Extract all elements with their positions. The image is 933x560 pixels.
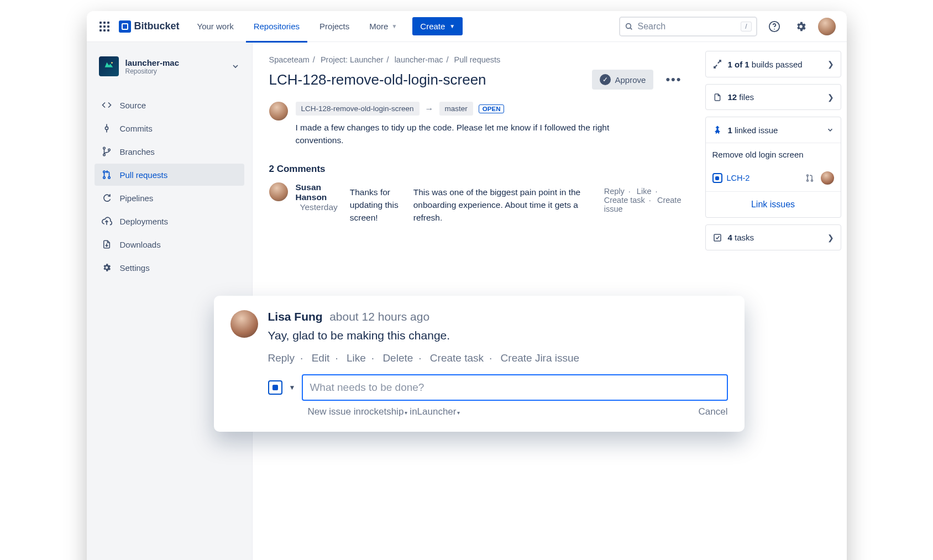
sidebar-item-downloads[interactable]: Downloads <box>95 233 244 255</box>
svg-point-13 <box>108 177 109 179</box>
comment-create-task[interactable]: Create task <box>604 196 645 205</box>
tasks-row[interactable]: 4 tasks ❯ <box>706 225 841 250</box>
breadcrumb: Spaceteam/ Project: Launcher/ launcher-m… <box>269 55 686 64</box>
svg-point-3 <box>774 28 775 29</box>
link-issues-button[interactable]: Link issues <box>706 191 841 217</box>
sidebar-item-source[interactable]: Source <box>95 94 244 116</box>
chevron-down-icon <box>826 126 834 134</box>
app-switcher-icon[interactable] <box>98 20 111 33</box>
sidebar-item-settings[interactable]: Settings <box>95 257 244 279</box>
create-task-action[interactable]: Create task <box>430 352 484 364</box>
comments-heading: 2 Comments <box>269 164 686 175</box>
search-placeholder: Search <box>638 22 666 32</box>
download-icon <box>101 239 112 249</box>
page-title: LCH-128-remove-old-login-screen <box>269 71 584 88</box>
svg-line-1 <box>630 28 632 29</box>
top-nav: Bitbucket Your work Repositories Project… <box>87 11 847 42</box>
pull-request-icon <box>101 170 112 180</box>
target-branch[interactable]: master <box>439 102 473 116</box>
comment-like[interactable]: Like <box>637 187 652 196</box>
sidebar-item-branches[interactable]: Branches <box>95 140 244 163</box>
source-branch[interactable]: LCH-128-remove-old-login-screen <box>296 102 420 116</box>
search-input[interactable]: Search / <box>619 17 757 36</box>
svg-point-11 <box>103 171 104 172</box>
comment-time: about 12 hours ago <box>329 310 429 323</box>
delete-action[interactable]: Delete <box>382 352 413 364</box>
crumb[interactable]: launcher-mac <box>395 55 443 64</box>
linked-issue-title: Remove old login screen <box>706 143 841 166</box>
help-icon[interactable] <box>765 17 784 36</box>
brand-label: Bitbucket <box>134 20 180 32</box>
linked-issue-row[interactable]: 1 linked issue <box>706 117 841 143</box>
approve-button[interactable]: ✓ Approve <box>592 70 654 90</box>
profile-avatar[interactable] <box>818 18 836 35</box>
repo-avatar-icon <box>99 56 119 76</box>
task-icon <box>712 233 722 242</box>
sidebar-item-pipelines[interactable]: Pipelines <box>95 187 244 209</box>
issue-type-dropdown[interactable]: ▼ <box>289 384 296 391</box>
crumb[interactable]: Project: Launcher <box>321 55 384 64</box>
settings-icon[interactable] <box>792 17 810 36</box>
repo-switcher[interactable]: launcher-mac Repository <box>95 53 244 80</box>
comment-time: Yesterday <box>300 202 338 212</box>
target-project-dropdown[interactable]: rocketship▾ <box>361 406 410 417</box>
svg-point-0 <box>626 23 631 28</box>
svg-point-12 <box>103 177 104 179</box>
check-circle-icon: ✓ <box>600 74 611 85</box>
issue-type-icon[interactable] <box>268 380 282 395</box>
svg-point-16 <box>806 175 808 176</box>
comment-text: Yay, glad to be making this change. <box>268 329 728 342</box>
edit-action[interactable]: Edit <box>312 352 330 364</box>
nav-repositories[interactable]: Repositories <box>246 11 307 42</box>
more-actions-icon[interactable]: ••• <box>661 70 686 89</box>
svg-point-17 <box>806 180 808 181</box>
reply-action[interactable]: Reply <box>268 352 295 364</box>
cloud-upload-icon <box>101 216 112 227</box>
pull-request-icon <box>805 174 814 182</box>
chevron-right-icon: ❯ <box>827 93 834 102</box>
nav-more[interactable]: More ▼ <box>361 11 405 42</box>
linked-issue-item[interactable]: LCH-2 <box>706 171 841 191</box>
assignee-avatar <box>821 171 834 185</box>
issue-summary-input[interactable] <box>302 374 727 401</box>
bitbucket-logo-icon <box>119 20 131 33</box>
svg-point-9 <box>103 154 104 155</box>
status-badge: OPEN <box>479 104 505 113</box>
sidebar-item-pull-requests[interactable]: Pull requests <box>95 164 244 186</box>
commenter-avatar[interactable] <box>230 310 258 338</box>
chevron-down-icon: ▼ <box>449 23 455 29</box>
sidebar-item-deployments[interactable]: Deployments <box>95 210 244 232</box>
commit-icon <box>101 123 112 133</box>
create-button[interactable]: Create ▼ <box>412 17 463 35</box>
nav-your-work[interactable]: Your work <box>190 11 242 42</box>
files-row[interactable]: 12 files ❯ <box>706 85 841 109</box>
repo-subtitle: Repository <box>125 67 180 75</box>
commenter-avatar[interactable] <box>269 182 288 201</box>
jira-issue-icon <box>712 173 722 183</box>
nav-projects[interactable]: Projects <box>312 11 357 42</box>
pipelines-icon <box>101 193 112 203</box>
repo-name: launcher-mac <box>125 58 180 67</box>
chevron-down-icon: ▼ <box>391 23 397 29</box>
crumb[interactable]: Pull requests <box>454 55 501 64</box>
svg-point-18 <box>811 180 813 181</box>
comment-reply[interactable]: Reply <box>604 187 625 196</box>
search-icon <box>625 22 633 31</box>
author-avatar[interactable] <box>269 102 288 121</box>
create-jira-issue-action[interactable]: Create Jira issue <box>501 352 580 364</box>
target-space-dropdown[interactable]: Launcher▾ <box>417 406 463 417</box>
comment-author: Susan Hanson <box>296 182 327 202</box>
code-icon <box>101 100 112 110</box>
builds-icon <box>712 59 722 69</box>
issue-key: LCH-2 <box>727 174 750 182</box>
brand[interactable]: Bitbucket <box>119 20 180 33</box>
svg-point-5 <box>105 127 108 129</box>
chevron-down-icon <box>231 62 240 71</box>
chevron-right-icon: ❯ <box>827 60 834 69</box>
like-action[interactable]: Like <box>347 352 366 364</box>
cancel-button[interactable]: Cancel <box>699 406 728 417</box>
crumb[interactable]: Spaceteam <box>269 55 310 64</box>
sidebar-item-commits[interactable]: Commits <box>95 117 244 139</box>
builds-row[interactable]: 1 of 1 builds passed ❯ <box>706 51 841 77</box>
svg-point-10 <box>108 149 109 150</box>
